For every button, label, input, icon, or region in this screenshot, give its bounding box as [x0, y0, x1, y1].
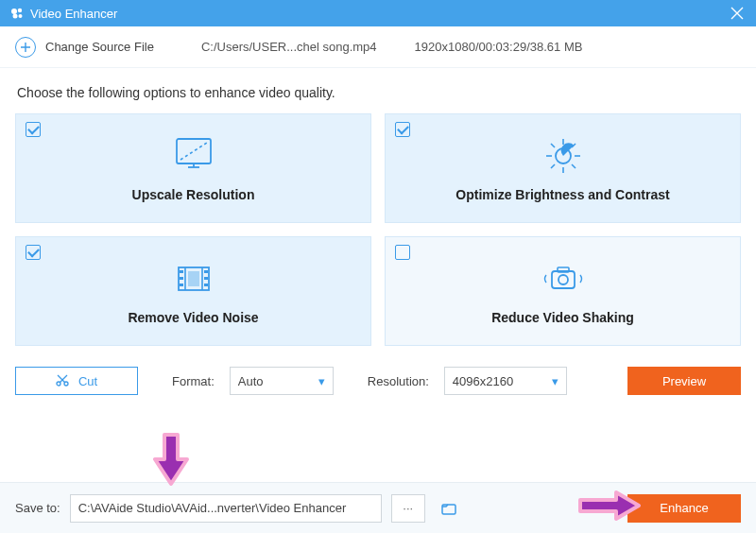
save-path-value: C:\AVAide Studio\AVAid...nverter\Video E…: [78, 501, 347, 515]
chevron-down-icon: ▾: [318, 374, 325, 388]
dots-label: ···: [403, 501, 413, 515]
options-grid: Upscale Resolution Optimize Brightness a…: [0, 108, 756, 346]
svg-rect-20: [180, 270, 183, 273]
svg-point-0: [11, 9, 17, 14]
resolution-value: 4096x2160: [453, 374, 513, 388]
noise-icon: [167, 257, 220, 301]
svg-point-1: [18, 9, 22, 12]
svg-line-13: [551, 144, 555, 147]
svg-point-3: [19, 14, 23, 18]
source-path: C:/Users/USER...chel song.mp4: [201, 40, 377, 54]
instruction-text: Choose the following options to enhance …: [0, 68, 756, 108]
close-button[interactable]: [728, 4, 747, 23]
preview-label: Preview: [662, 374, 706, 388]
enhance-button[interactable]: Enhance: [627, 494, 741, 523]
resolution-select[interactable]: 4096x2160 ▾: [444, 367, 567, 395]
brightness-icon: [537, 134, 590, 178]
checkbox-icon[interactable]: [395, 245, 410, 260]
option-label: Upscale Resolution: [132, 187, 255, 202]
svg-rect-24: [204, 277, 208, 280]
upscale-icon: [167, 134, 220, 178]
shaking-icon: [537, 257, 590, 301]
format-value: Auto: [238, 374, 264, 388]
change-source-button[interactable]: Change Source File: [45, 40, 154, 54]
app-title: Video Enhancer: [30, 7, 728, 21]
option-label: Remove Video Noise: [128, 310, 258, 325]
option-remove-noise[interactable]: Remove Video Noise: [15, 236, 371, 346]
source-bar: Change Source File C:/Users/USER...chel …: [0, 26, 756, 68]
svg-point-2: [13, 14, 18, 19]
option-upscale-resolution[interactable]: Upscale Resolution: [15, 113, 371, 223]
cut-button[interactable]: Cut: [15, 367, 138, 395]
option-reduce-shaking[interactable]: Reduce Video Shaking: [385, 236, 741, 346]
svg-rect-23: [204, 270, 208, 273]
save-to-label: Save to:: [15, 501, 60, 515]
annotation-arrow-down-icon: [151, 431, 191, 488]
svg-line-5: [180, 143, 207, 160]
checkbox-icon[interactable]: [395, 122, 410, 137]
add-source-icon[interactable]: [15, 37, 36, 58]
titlebar: Video Enhancer: [0, 0, 756, 26]
svg-rect-27: [552, 271, 575, 288]
browse-button[interactable]: ···: [391, 494, 425, 523]
option-label: Optimize Brightness and Contrast: [455, 187, 669, 202]
folder-icon: [440, 500, 457, 517]
checkbox-icon[interactable]: [26, 122, 41, 137]
svg-line-14: [572, 164, 576, 168]
svg-rect-25: [204, 284, 208, 286]
svg-rect-22: [180, 284, 183, 286]
scissors-icon: [56, 373, 69, 389]
toolbar: Cut Format: Auto ▾ Resolution: 4096x2160…: [0, 346, 756, 399]
checkbox-icon[interactable]: [26, 245, 41, 260]
option-brightness-contrast[interactable]: Optimize Brightness and Contrast: [385, 113, 741, 223]
save-path-input[interactable]: C:\AVAide Studio\AVAid...nverter\Video E…: [70, 494, 382, 523]
source-stats: 1920x1080/00:03:29/38.61 MB: [415, 40, 583, 54]
option-label: Reduce Video Shaking: [491, 310, 634, 325]
save-row: Save to: C:\AVAide Studio\AVAid...nverte…: [0, 482, 756, 533]
svg-point-28: [558, 275, 568, 284]
cut-label: Cut: [78, 374, 97, 388]
preview-button[interactable]: Preview: [627, 367, 741, 395]
enhance-label: Enhance: [660, 501, 708, 515]
svg-rect-4: [177, 139, 211, 163]
svg-rect-21: [180, 277, 183, 280]
format-select[interactable]: Auto ▾: [230, 367, 334, 395]
app-icon: [9, 6, 25, 21]
svg-rect-29: [558, 267, 569, 272]
svg-line-16: [551, 164, 555, 168]
chevron-down-icon: ▾: [552, 374, 558, 388]
resolution-label: Resolution:: [368, 374, 429, 388]
open-folder-button[interactable]: [435, 494, 463, 523]
svg-rect-26: [188, 271, 199, 286]
format-label: Format:: [172, 374, 215, 388]
